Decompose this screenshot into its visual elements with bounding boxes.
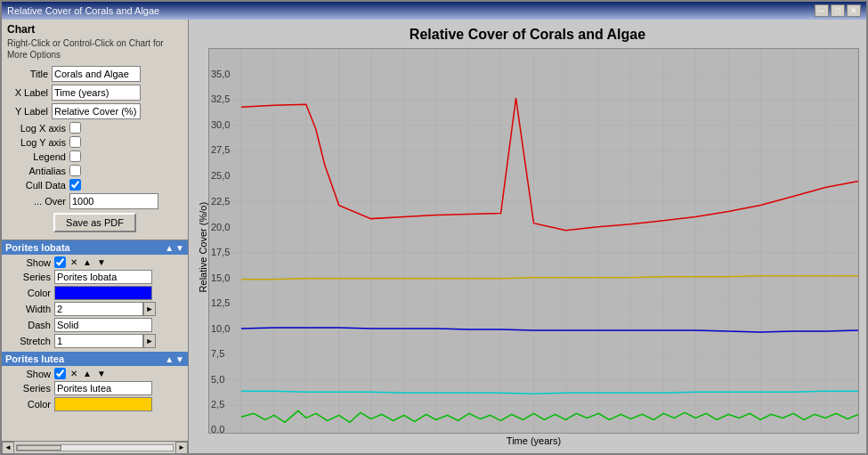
series1-width-arrow[interactable]: ► bbox=[143, 302, 156, 316]
logx-checkbox[interactable] bbox=[69, 122, 81, 134]
svg-text:10,0: 10,0 bbox=[211, 323, 230, 334]
sidebar: Chart Right-Click or Control-Click on Ch… bbox=[2, 20, 189, 453]
xlabel-row: X Label bbox=[7, 85, 183, 101]
series1-color-label: Color bbox=[5, 288, 54, 298]
series1-stretch-input[interactable] bbox=[54, 334, 143, 348]
series2-delete-btn[interactable]: ✕ bbox=[69, 369, 78, 378]
series1-stretch-label: Stretch bbox=[5, 336, 54, 346]
xlabel-input[interactable] bbox=[52, 85, 141, 101]
svg-text:32,5: 32,5 bbox=[211, 93, 230, 104]
svg-text:2,5: 2,5 bbox=[211, 399, 224, 410]
culldata-checkbox[interactable] bbox=[69, 179, 81, 191]
logy-label: Log Y axis bbox=[7, 137, 69, 148]
svg-text:15,0: 15,0 bbox=[211, 272, 230, 283]
svg-text:22,5: 22,5 bbox=[211, 196, 230, 207]
chart-area: Relative Cover of Corals and Algae Relat… bbox=[189, 20, 866, 453]
series1-color-row: Color bbox=[5, 286, 184, 300]
save-pdf-button[interactable]: Save as PDF bbox=[53, 213, 136, 232]
ylabel-input[interactable] bbox=[52, 103, 141, 119]
series2-color-swatch[interactable] bbox=[54, 397, 152, 411]
series1-stretch-control: ► bbox=[54, 334, 156, 348]
series1-scroll-down[interactable]: ▼ bbox=[175, 243, 184, 253]
series2-show-row: Show ✕ ▲ ▼ bbox=[5, 368, 184, 379]
series1-title: Porites lobata bbox=[5, 242, 70, 253]
series1-width-label: Width bbox=[5, 304, 54, 314]
series1-content: Show ✕ ▲ ▼ Series Color bbox=[2, 255, 188, 352]
logy-row: Log Y axis bbox=[7, 136, 183, 148]
series1-delete-btn[interactable]: ✕ bbox=[69, 257, 78, 267]
maximize-button[interactable]: □ bbox=[831, 4, 845, 17]
scrollbar-left[interactable]: ◄ bbox=[2, 442, 14, 454]
antialias-checkbox[interactable] bbox=[69, 165, 81, 176]
title-label: Title bbox=[7, 69, 52, 79]
series2-up-btn[interactable]: ▲ bbox=[82, 369, 93, 378]
culldata-row: Cull Data bbox=[7, 179, 183, 191]
close-button[interactable]: ✕ bbox=[847, 4, 861, 17]
series1-stretch-arrow[interactable]: ► bbox=[143, 334, 156, 348]
titlebar-buttons: ─ □ ✕ bbox=[815, 4, 861, 17]
antialias-row: Antialias bbox=[7, 165, 183, 176]
svg-text:25,0: 25,0 bbox=[211, 170, 230, 181]
svg-text:30,0: 30,0 bbox=[211, 119, 230, 130]
main-content: Chart Right-Click or Control-Click on Ch… bbox=[2, 20, 866, 453]
sidebar-scrollbar[interactable]: ◄ ► bbox=[2, 441, 188, 453]
sidebar-top: Chart Right-Click or Control-Click on Ch… bbox=[2, 20, 188, 240]
svg-text:27,5: 27,5 bbox=[211, 144, 230, 155]
series-scroll[interactable]: Porites lobata ▲ ▼ Show ✕ ▲ ▼ bbox=[2, 240, 188, 441]
chart-svg: 35,0 32,5 30,0 27,5 25,0 22,5 20,0 17,5 … bbox=[209, 49, 858, 433]
series1-dash-input[interactable] bbox=[54, 318, 152, 332]
chart-title: Relative Cover of Corals and Algae bbox=[196, 27, 859, 43]
scrollbar-thumb[interactable] bbox=[17, 445, 61, 451]
main-window: Relative Cover of Corals and Algae ─ □ ✕… bbox=[0, 0, 868, 455]
series2-scroll-up[interactable]: ▲ bbox=[165, 354, 174, 364]
series1-scroll-up[interactable]: ▲ bbox=[165, 243, 174, 253]
svg-text:20,0: 20,0 bbox=[211, 222, 230, 232]
series1-color-swatch[interactable] bbox=[54, 286, 152, 300]
logx-row: Log X axis bbox=[7, 122, 183, 134]
series1-name-input[interactable] bbox=[54, 270, 152, 284]
window-title: Relative Cover of Corals and Algae bbox=[7, 5, 159, 16]
series2-show-checkbox[interactable] bbox=[54, 368, 66, 379]
antialias-label: Antialias bbox=[7, 166, 69, 176]
chart-container: Relative Cover (%/o) bbox=[196, 48, 859, 446]
series1-down-btn[interactable]: ▼ bbox=[96, 257, 107, 267]
series2-name-row: Series bbox=[5, 381, 184, 395]
svg-text:17,5: 17,5 bbox=[211, 247, 230, 257]
series2-content: Show ✕ ▲ ▼ Series Color bbox=[2, 366, 188, 415]
logx-label: Log X axis bbox=[7, 123, 69, 134]
series1-stretch-row: Stretch ► bbox=[5, 334, 184, 348]
series2-show-label: Show bbox=[5, 369, 54, 379]
series1-width-row: Width ► bbox=[5, 302, 184, 316]
over-row: ... Over bbox=[7, 193, 183, 209]
hint-text: Right-Click or Control-Click on Chart fo… bbox=[7, 37, 183, 61]
svg-text:0,0: 0,0 bbox=[211, 424, 224, 433]
series1-up-btn[interactable]: ▲ bbox=[82, 257, 93, 267]
series1-series-label: Series bbox=[5, 272, 54, 282]
svg-text:12,5: 12,5 bbox=[211, 297, 230, 308]
series1-width-control: ► bbox=[54, 302, 156, 316]
y-axis-label: Relative Cover (%/o) bbox=[196, 48, 208, 446]
svg-text:35,0: 35,0 bbox=[211, 69, 230, 79]
series1-width-input[interactable] bbox=[54, 302, 143, 316]
chart-plot[interactable]: 35,0 32,5 30,0 27,5 25,0 22,5 20,0 17,5 … bbox=[208, 48, 859, 434]
logy-checkbox[interactable] bbox=[69, 136, 81, 148]
scrollbar-right[interactable]: ► bbox=[175, 442, 188, 454]
series2-header: Porites lutea ▲ ▼ bbox=[2, 352, 188, 366]
series2-show-controls: ✕ ▲ ▼ bbox=[54, 368, 107, 379]
ylabel-row: Y Label bbox=[7, 103, 183, 119]
series1-show-checkbox[interactable] bbox=[54, 256, 66, 268]
legend-row: Legend bbox=[7, 150, 183, 162]
title-input[interactable] bbox=[52, 66, 141, 82]
legend-checkbox[interactable] bbox=[69, 150, 81, 162]
series2-name-input[interactable] bbox=[54, 381, 152, 395]
minimize-button[interactable]: ─ bbox=[815, 4, 829, 17]
series2-down-btn[interactable]: ▼ bbox=[96, 369, 107, 378]
over-input[interactable] bbox=[69, 193, 158, 209]
title-row: Title bbox=[7, 66, 183, 82]
scrollbar-track bbox=[16, 444, 174, 451]
xlabel-label: X Label bbox=[7, 87, 52, 98]
series2-scroll-down[interactable]: ▼ bbox=[175, 354, 184, 364]
series2-title: Porites lutea bbox=[5, 353, 64, 364]
series1-name-row: Series bbox=[5, 270, 184, 284]
x-axis-label: Time (years) bbox=[208, 435, 859, 446]
